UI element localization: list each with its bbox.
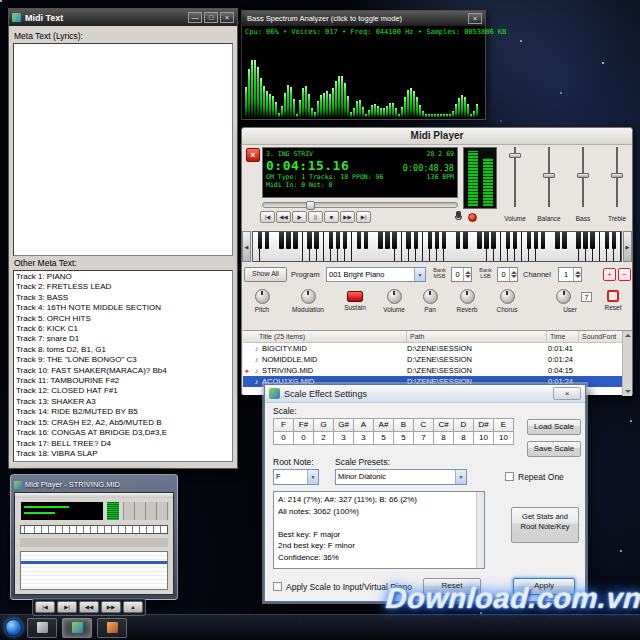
chevron-down-icon[interactable]: ▼ (307, 470, 318, 484)
piano-black-key[interactable] (605, 232, 610, 249)
piano-black-key[interactable] (442, 232, 447, 249)
piano-black-key[interactable] (527, 232, 532, 249)
piano-black-key[interactable] (307, 232, 312, 249)
volume-slider-handle[interactable] (509, 153, 521, 158)
knob-user[interactable]: 7 User (548, 289, 592, 313)
get-stats-button[interactable]: Get Stats and Root Note/Key (511, 507, 579, 543)
channel-remove-button[interactable]: − (618, 268, 631, 281)
note-value[interactable]: 0 (293, 431, 314, 445)
pause-button[interactable]: || (308, 211, 323, 223)
bank-lsb-stepper[interactable]: 0 (497, 267, 518, 282)
column-time[interactable]: Time (547, 331, 579, 343)
piano-black-key[interactable] (484, 232, 489, 249)
knob-pan[interactable]: Pan (414, 289, 446, 313)
piano-black-key[interactable] (477, 232, 482, 249)
pitch-knob-icon[interactable] (255, 289, 270, 304)
piano-black-key[interactable] (336, 232, 341, 249)
scrollbar-down-icon[interactable] (624, 388, 631, 395)
piano-black-key[interactable] (378, 232, 383, 249)
piano-black-key[interactable] (463, 232, 468, 249)
note-value[interactable]: 7 (413, 431, 434, 445)
taskbar-item-1[interactable] (27, 618, 57, 638)
piano-black-key[interactable] (555, 232, 560, 249)
player-close-button[interactable]: × (246, 148, 260, 162)
stop-button[interactable]: ■ (324, 211, 339, 223)
taskbar-item-3[interactable] (97, 618, 127, 638)
note-value[interactable]: 5 (373, 431, 394, 445)
bank-msb-stepper[interactable]: 0 (451, 267, 472, 282)
playlist-row-current[interactable]: ► ♪ STRIVING.MID D:\ZENE\SESSION 0:04:15 (243, 365, 622, 376)
piano-black-key[interactable] (456, 232, 461, 249)
taskbar-item-midi-player[interactable] (62, 618, 92, 638)
piano-black-key[interactable] (385, 232, 390, 249)
piano-black-key[interactable] (258, 232, 263, 249)
piano-black-key[interactable] (428, 232, 433, 249)
close-icon[interactable]: × (220, 12, 234, 23)
piano-black-key[interactable] (576, 232, 581, 249)
media-forward-button[interactable]: ▶▶ (101, 601, 121, 613)
piano-black-key[interactable] (286, 232, 291, 249)
balance-slider[interactable] (542, 147, 556, 207)
stats-scrollbar[interactable] (476, 492, 484, 568)
skip-end-button[interactable]: ▶| (356, 211, 371, 223)
knob-volume[interactable]: Volume (376, 289, 412, 313)
midi-text-titlebar[interactable]: Midi Text — □ × (9, 9, 237, 26)
note-value[interactable]: 8 (433, 431, 454, 445)
maximize-icon[interactable]: □ (204, 12, 218, 23)
user-knob-icon[interactable] (556, 289, 571, 304)
playlist-row[interactable]: ♪ NOMIDDLE.MID D:\ZENE\SESSION 0:01:24 (243, 354, 622, 365)
lyrics-listbox[interactable] (13, 43, 233, 256)
sustain-pedal-icon[interactable] (347, 291, 363, 302)
reverb-knob-icon[interactable] (460, 289, 475, 304)
stats-box[interactable]: A: 214 (7%); A#: 327 (11%); B: 66 (2%) A… (273, 491, 485, 569)
note-value[interactable]: 10 (493, 431, 514, 445)
media-skip-back-button[interactable]: |◀ (35, 601, 55, 613)
piano-black-key[interactable] (392, 232, 397, 249)
treble-slider[interactable] (610, 147, 624, 207)
treble-slider-handle[interactable] (611, 173, 623, 178)
show-all-button[interactable]: Show All (244, 267, 287, 282)
media-rewind-button[interactable]: ◀◀ (79, 601, 99, 613)
media-skip-forward-button[interactable]: ▶| (57, 601, 77, 613)
channel-stepper[interactable]: 1 (558, 267, 582, 282)
save-scale-button[interactable]: Save Scale (527, 441, 581, 457)
piano-black-key[interactable] (343, 232, 348, 249)
start-button[interactable] (5, 619, 22, 636)
track-listbox[interactable]: Track 1: PIANO Track 2: FRETLESS LEAD Tr… (13, 270, 233, 462)
chevron-down-icon[interactable]: ▼ (455, 470, 466, 484)
piano-black-key[interactable] (265, 232, 270, 249)
stepper-arrows-icon[interactable] (509, 268, 517, 281)
spectrum-display[interactable]: Cpu: 06% • Voices: 017 • Freq: 044100 Hz… (242, 26, 485, 119)
piano-black-key[interactable] (314, 232, 319, 249)
stepper-arrows-icon[interactable] (463, 268, 471, 281)
note-value[interactable]: 0 (273, 431, 294, 445)
piano-black-key[interactable] (534, 232, 539, 249)
close-icon[interactable]: × (468, 13, 482, 24)
piano-black-key[interactable] (414, 232, 419, 249)
mic-icon[interactable] (454, 211, 463, 224)
preview-window[interactable]: Midi Player - STRIVING.MID (10, 474, 178, 600)
piano-keyboard[interactable] (252, 231, 622, 262)
piano-black-key[interactable] (279, 232, 284, 249)
piano-black-key[interactable] (583, 232, 588, 249)
reset-control[interactable]: Reset (594, 289, 632, 311)
piano-black-key[interactable] (506, 232, 511, 249)
reset-icon[interactable] (607, 290, 619, 302)
apply-scale-checkbox[interactable] (273, 582, 282, 591)
note-value[interactable]: 5 (393, 431, 414, 445)
knob-pitch[interactable]: Pitch (244, 289, 280, 313)
pan-knob-icon[interactable] (423, 289, 438, 304)
root-note-select[interactable]: F ▼ (273, 469, 319, 485)
forward-button[interactable]: ▶▶ (340, 211, 355, 223)
midi-player-titlebar[interactable]: Midi Player (242, 128, 632, 145)
volume-slider[interactable] (508, 147, 522, 207)
knob-modulation[interactable]: Modulation (282, 289, 334, 313)
piano-black-key[interactable] (364, 232, 369, 249)
piano-black-key[interactable] (357, 232, 362, 249)
volume-knob-icon[interactable] (387, 289, 402, 304)
playlist-row[interactable]: ♪ BIGCITY.MID D:\ZENE\SESSION 0:01:41 (243, 343, 622, 354)
keyboard-scroll-left-button[interactable]: ◀ (242, 231, 251, 262)
column-soundfont[interactable]: SoundFont (579, 331, 622, 343)
piano-black-key[interactable] (293, 232, 298, 249)
playlist-scrollbar[interactable] (622, 331, 632, 396)
